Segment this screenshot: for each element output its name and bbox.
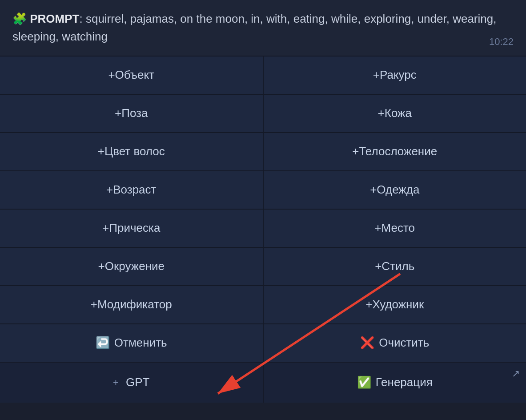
clear-icon: ❌	[360, 336, 374, 350]
gpt-icon: +	[113, 377, 119, 388]
prompt-section: 🧩 PROMPT: squirrel, pajamas, on the moon…	[0, 0, 526, 57]
btn-gpt[interactable]: + GPT	[0, 363, 264, 403]
btn-object[interactable]: +Объект	[0, 57, 264, 94]
btn-modifier-label: +Модификатор	[91, 298, 172, 311]
cancel-icon: ↩️	[96, 336, 110, 350]
expand-icon: ↗	[512, 368, 520, 380]
grid-row-1: +Объект +Ракурс	[0, 57, 526, 95]
grid-row-2: +Поза +Кожа	[0, 95, 526, 133]
prompt-text: 🧩 PROMPT: squirrel, pajamas, on the moon…	[12, 10, 514, 46]
btn-cancel-label: Отменить	[114, 336, 167, 350]
btn-style-label: +Стиль	[375, 259, 414, 273]
grid-row-7: +Модификатор +Художник	[0, 286, 526, 324]
btn-artist-label: +Художник	[365, 298, 424, 311]
btn-hair-color[interactable]: +Цвет волос	[0, 133, 264, 170]
btn-environment-label: +Окружение	[98, 259, 165, 273]
btn-hair-color-label: +Цвет волос	[98, 145, 165, 158]
grid-row-4: +Возраст +Одежда	[0, 171, 526, 210]
prompt-content: : squirrel, pajamas, on the moon, in, wi…	[12, 12, 496, 43]
btn-angle[interactable]: +Ракурс	[264, 57, 526, 94]
app-container: 🧩 PROMPT: squirrel, pajamas, on the moon…	[0, 0, 526, 420]
grid-row-9: + GPT ✅ Генерация ↗	[0, 363, 526, 403]
btn-age[interactable]: +Возраст	[0, 171, 264, 209]
grid-section: +Объект +Ракурс +Поза +Кожа +Цвет волос	[0, 57, 526, 420]
btn-hairstyle-label: +Прическа	[102, 221, 160, 235]
btn-place-label: +Место	[374, 221, 415, 235]
btn-hairstyle[interactable]: +Прическа	[0, 210, 264, 247]
btn-generate-label: Генерация	[376, 376, 433, 389]
btn-clear[interactable]: ❌ Очистить	[264, 324, 526, 362]
prompt-icon: 🧩	[12, 12, 27, 25]
prompt-label: PROMPT	[30, 12, 79, 25]
btn-pose[interactable]: +Поза	[0, 95, 264, 132]
btn-clothing-label: +Одежда	[370, 183, 419, 197]
grid-row-6: +Окружение +Стиль	[0, 248, 526, 286]
grid-wrapper: +Объект +Ракурс +Поза +Кожа +Цвет волос	[0, 57, 526, 420]
btn-pose-label: +Поза	[115, 106, 148, 120]
btn-clothing[interactable]: +Одежда	[264, 171, 526, 209]
grid-row-8: ↩️ Отменить ❌ Очистить	[0, 324, 526, 363]
btn-cancel[interactable]: ↩️ Отменить	[0, 324, 264, 362]
btn-modifier[interactable]: +Модификатор	[0, 286, 264, 323]
prompt-time: 10:22	[489, 36, 514, 48]
grid-row-3: +Цвет волос +Телосложение	[0, 133, 526, 171]
generate-icon: ✅	[357, 376, 371, 389]
grid-row-5: +Прическа +Место	[0, 210, 526, 248]
btn-object-label: +Объект	[108, 68, 154, 82]
btn-skin-label: +Кожа	[378, 106, 412, 120]
btn-body-type[interactable]: +Телосложение	[264, 133, 526, 170]
btn-skin[interactable]: +Кожа	[264, 95, 526, 132]
btn-gpt-label: GPT	[126, 376, 149, 389]
btn-artist[interactable]: +Художник	[264, 286, 526, 323]
btn-style[interactable]: +Стиль	[264, 248, 526, 285]
btn-body-type-label: +Телосложение	[352, 145, 437, 158]
btn-generate[interactable]: ✅ Генерация ↗	[264, 363, 526, 403]
btn-angle-label: +Ракурс	[373, 68, 417, 82]
btn-age-label: +Возраст	[106, 183, 156, 197]
btn-clear-label: Очистить	[379, 336, 429, 350]
btn-place[interactable]: +Место	[264, 210, 526, 247]
btn-environment[interactable]: +Окружение	[0, 248, 264, 285]
